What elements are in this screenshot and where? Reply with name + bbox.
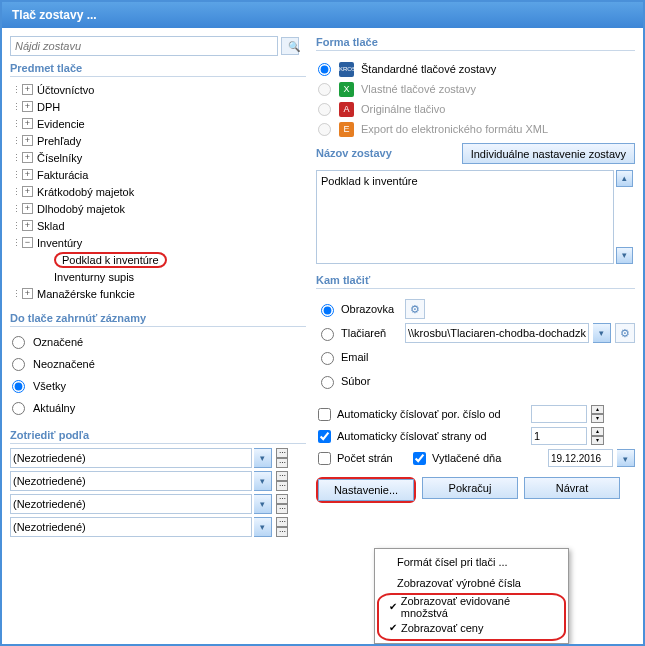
chevron-down-icon[interactable]: ▾ <box>254 471 272 491</box>
sort-opt-btn[interactable]: ⋯ <box>276 481 288 491</box>
section-records: Do tlače zahrnúť záznamy <box>10 312 306 327</box>
radio-neoznacene[interactable] <box>12 358 25 371</box>
tree-item-supis[interactable]: Inventurny supis <box>54 271 134 283</box>
radio-tlaciaren[interactable] <box>321 328 334 341</box>
tree-item[interactable]: Manažérske funkcie <box>37 288 135 300</box>
collapse-icon[interactable]: − <box>22 237 33 248</box>
chevron-down-icon[interactable]: ▾ <box>254 494 272 514</box>
gear-icon[interactable]: ⚙ <box>615 323 635 343</box>
gear-icon[interactable]: ⚙ <box>405 299 425 319</box>
radio-standard[interactable] <box>318 63 331 76</box>
spin-down-icon[interactable]: ▾ <box>591 414 604 423</box>
expand-icon[interactable]: + <box>22 84 33 95</box>
chevron-down-icon[interactable]: ▾ <box>593 323 611 343</box>
report-name-textarea[interactable]: Podklad k inventúre <box>316 170 614 264</box>
navrat-button[interactable]: Návrat <box>524 477 620 499</box>
pdf-icon: A <box>339 102 354 117</box>
check-vytlacene[interactable] <box>413 452 426 465</box>
expand-icon[interactable]: + <box>22 220 33 231</box>
radio-export <box>318 123 331 136</box>
expand-icon[interactable]: + <box>22 203 33 214</box>
sort-opt-btn[interactable]: ⋯ <box>276 504 288 514</box>
check-auto-str[interactable] <box>318 430 331 443</box>
expand-icon[interactable]: + <box>22 169 33 180</box>
spin-up-icon[interactable]: ▴ <box>591 427 604 436</box>
tree-item[interactable]: Prehľady <box>37 135 81 147</box>
por-number-input[interactable] <box>531 405 587 423</box>
tree-item[interactable]: Krátkodobý majetok <box>37 186 134 198</box>
spin-up-icon[interactable]: ▴ <box>591 405 604 414</box>
sort-select-2[interactable] <box>10 471 252 491</box>
tree-item[interactable]: Dlhodobý majetok <box>37 203 125 215</box>
printer-select[interactable] <box>405 323 589 343</box>
check-auto-por[interactable] <box>318 408 331 421</box>
page-number-input[interactable] <box>531 427 587 445</box>
radio-aktualny[interactable] <box>12 402 25 415</box>
sort-opt-btn[interactable]: ⋯ <box>276 471 288 481</box>
radio-subor[interactable] <box>321 376 334 389</box>
window-title: Tlač zostavy ... <box>12 8 97 22</box>
tree-item[interactable]: DPH <box>37 101 60 113</box>
menu-zobrazovat-ceny[interactable]: ✔Zobrazovať ceny <box>381 617 562 638</box>
sort-select-1[interactable] <box>10 448 252 468</box>
tree-item[interactable]: Fakturácia <box>37 169 88 181</box>
sort-opt-btn[interactable]: ⋯ <box>276 494 288 504</box>
check-icon: ✔ <box>385 622 401 633</box>
radio-email[interactable] <box>321 352 334 365</box>
radio-obrazovka[interactable] <box>321 304 334 317</box>
section-forma: Forma tlače <box>316 36 635 51</box>
expand-icon[interactable]: + <box>22 186 33 197</box>
tree-item-inventury[interactable]: Inventúry <box>37 237 82 249</box>
tree-item[interactable]: Evidencie <box>37 118 85 130</box>
tree-item[interactable]: Účtovníctvo <box>37 84 94 96</box>
sort-opt-btn[interactable]: ⋯ <box>276 517 288 527</box>
search-icon[interactable]: 🔍 <box>281 37 299 55</box>
sort-opt-btn[interactable]: ⋯ <box>276 527 288 537</box>
search-input[interactable] <box>10 36 278 56</box>
tree-item-podklad[interactable]: Podklad k inventúre <box>62 254 159 266</box>
radio-oznacene[interactable] <box>12 336 25 349</box>
chevron-down-icon[interactable]: ▾ <box>254 517 272 537</box>
expand-icon[interactable]: + <box>22 152 33 163</box>
expand-icon[interactable]: + <box>22 135 33 146</box>
menu-format-cisel[interactable]: Formát čísel pri tlači ... <box>377 551 566 572</box>
scroll-down-icon[interactable]: ▾ <box>616 247 633 264</box>
tree-item[interactable]: Sklad <box>37 220 65 232</box>
expand-icon[interactable]: + <box>22 288 33 299</box>
spin-down-icon[interactable]: ▾ <box>591 436 604 445</box>
chevron-down-icon[interactable]: ▾ <box>617 449 635 467</box>
check-icon: ✔ <box>385 601 401 612</box>
sort-select-4[interactable] <box>10 517 252 537</box>
pokracuj-button[interactable]: Pokračuj <box>422 477 518 499</box>
expand-icon[interactable]: + <box>22 118 33 129</box>
tree-item[interactable]: Číselníky <box>37 152 82 164</box>
xml-icon: E <box>339 122 354 137</box>
date-input[interactable] <box>548 449 613 467</box>
chevron-down-icon[interactable]: ▾ <box>254 448 272 468</box>
section-kam: Kam tlačiť <box>316 274 635 289</box>
check-pocet[interactable] <box>318 452 331 465</box>
scroll-up-icon[interactable]: ▴ <box>616 170 633 187</box>
individual-settings-button[interactable]: Individuálne nastavenie zostavy <box>462 143 635 164</box>
radio-vlastne <box>318 83 331 96</box>
subject-tree: ⋮+Účtovníctvo ⋮+DPH ⋮+Evidencie ⋮+Prehľa… <box>10 81 306 302</box>
window-titlebar: Tlač zostavy ... <box>2 2 643 28</box>
nastavenie-menu: Formát čísel pri tlači ... Zobrazovať vý… <box>374 548 569 644</box>
nastavenie-button[interactable]: Nastavenie... <box>318 479 414 501</box>
kros-icon: KROS <box>339 62 354 77</box>
excel-icon: X <box>339 82 354 97</box>
section-nazov: Názov zostavy <box>316 147 392 161</box>
radio-original <box>318 103 331 116</box>
sort-select-3[interactable] <box>10 494 252 514</box>
section-sort: Zotriediť podľa <box>10 429 306 444</box>
menu-evidovane-mnozstva[interactable]: ✔Zobrazovať evidované množstvá <box>381 596 562 617</box>
sort-opt-btn[interactable]: ⋯ <box>276 458 288 468</box>
expand-icon[interactable]: + <box>22 101 33 112</box>
sort-opt-btn[interactable]: ⋯ <box>276 448 288 458</box>
radio-vsetky[interactable] <box>12 380 25 393</box>
section-predmet: Predmet tlače <box>10 62 306 77</box>
menu-vyrobne-cisla[interactable]: Zobrazovať výrobné čísla <box>377 572 566 593</box>
